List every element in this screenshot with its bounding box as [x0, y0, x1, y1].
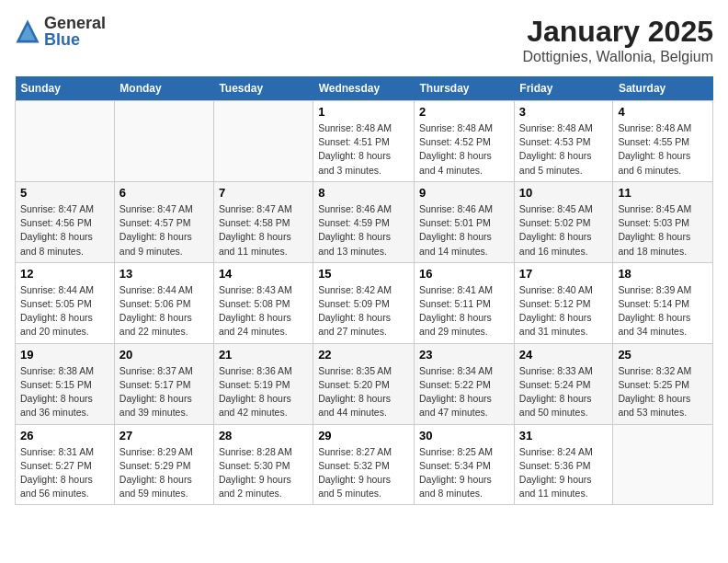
col-header-thursday: Thursday — [415, 76, 515, 101]
day-number: 26 — [20, 429, 109, 442]
calendar-cell: 11Sunrise: 8:45 AM Sunset: 5:03 PM Dayli… — [613, 181, 713, 262]
day-info: Sunrise: 8:34 AM Sunset: 5:22 PM Dayligh… — [419, 364, 509, 420]
day-info: Sunrise: 8:47 AM Sunset: 4:57 PM Dayligh… — [119, 202, 209, 259]
day-info: Sunrise: 8:35 AM Sunset: 5:20 PM Dayligh… — [318, 364, 409, 420]
day-info: Sunrise: 8:33 AM Sunset: 5:24 PM Dayligh… — [519, 364, 609, 420]
day-info: Sunrise: 8:48 AM Sunset: 4:52 PM Dayligh… — [419, 121, 509, 178]
day-number: 4 — [618, 105, 708, 119]
calendar-cell: 24Sunrise: 8:33 AM Sunset: 5:24 PM Dayli… — [514, 343, 613, 424]
day-info: Sunrise: 8:47 AM Sunset: 4:58 PM Dayligh… — [219, 202, 308, 259]
calendar-cell: 25Sunrise: 8:32 AM Sunset: 5:25 PM Dayli… — [613, 343, 713, 424]
day-number: 18 — [618, 267, 708, 281]
location-title: Dottignies, Wallonia, Belgium — [523, 49, 714, 65]
week-row: 5Sunrise: 8:47 AM Sunset: 4:56 PM Daylig… — [16, 181, 713, 262]
day-number: 29 — [318, 429, 409, 442]
col-header-sunday: Sunday — [16, 76, 115, 101]
title-section: January 2025 Dottignies, Wallonia, Belgi… — [523, 15, 714, 65]
calendar-cell: 21Sunrise: 8:36 AM Sunset: 5:19 PM Dayli… — [213, 343, 313, 424]
day-info: Sunrise: 8:32 AM Sunset: 5:25 PM Dayligh… — [618, 364, 708, 420]
day-number: 14 — [219, 267, 308, 281]
calendar-cell: 18Sunrise: 8:39 AM Sunset: 5:14 PM Dayli… — [613, 262, 713, 343]
calendar-cell: 17Sunrise: 8:40 AM Sunset: 5:12 PM Dayli… — [514, 262, 613, 343]
month-title: January 2025 — [523, 15, 714, 49]
calendar-table: SundayMondayTuesdayWednesdayThursdayFrid… — [15, 76, 713, 505]
day-number: 6 — [119, 186, 209, 200]
logo: General Blue — [15, 15, 106, 48]
day-info: Sunrise: 8:38 AM Sunset: 5:15 PM Dayligh… — [20, 364, 109, 420]
calendar-cell: 31Sunrise: 8:24 AM Sunset: 5:36 PM Dayli… — [514, 424, 613, 505]
calendar-cell: 16Sunrise: 8:41 AM Sunset: 5:11 PM Dayli… — [415, 262, 515, 343]
day-info: Sunrise: 8:36 AM Sunset: 5:19 PM Dayligh… — [219, 364, 308, 420]
day-number: 15 — [318, 267, 409, 281]
week-row: 19Sunrise: 8:38 AM Sunset: 5:15 PM Dayli… — [16, 343, 713, 424]
day-info: Sunrise: 8:27 AM Sunset: 5:32 PM Dayligh… — [318, 445, 409, 501]
day-number: 30 — [419, 429, 509, 442]
calendar-cell: 1Sunrise: 8:48 AM Sunset: 4:51 PM Daylig… — [313, 101, 415, 182]
calendar-cell: 3Sunrise: 8:48 AM Sunset: 4:53 PM Daylig… — [514, 101, 613, 182]
day-info: Sunrise: 8:42 AM Sunset: 5:09 PM Dayligh… — [318, 283, 409, 339]
day-number: 2 — [419, 105, 509, 119]
week-row: 1Sunrise: 8:48 AM Sunset: 4:51 PM Daylig… — [16, 101, 713, 182]
day-info: Sunrise: 8:37 AM Sunset: 5:17 PM Dayligh… — [119, 364, 209, 420]
day-info: Sunrise: 8:45 AM Sunset: 5:02 PM Dayligh… — [519, 202, 609, 259]
calendar-cell: 15Sunrise: 8:42 AM Sunset: 5:09 PM Dayli… — [313, 262, 415, 343]
day-number: 24 — [519, 348, 609, 362]
calendar-cell: 4Sunrise: 8:48 AM Sunset: 4:55 PM Daylig… — [613, 101, 713, 182]
header-row: SundayMondayTuesdayWednesdayThursdayFrid… — [16, 76, 713, 101]
day-number: 27 — [119, 429, 209, 442]
col-header-saturday: Saturday — [613, 76, 713, 101]
day-number: 22 — [318, 348, 409, 362]
week-row: 12Sunrise: 8:44 AM Sunset: 5:05 PM Dayli… — [16, 262, 713, 343]
day-info: Sunrise: 8:29 AM Sunset: 5:29 PM Dayligh… — [119, 445, 209, 501]
page-header: General Blue January 2025 Dottignies, Wa… — [15, 15, 713, 65]
calendar-cell: 12Sunrise: 8:44 AM Sunset: 5:05 PM Dayli… — [16, 262, 115, 343]
calendar-cell — [16, 101, 115, 182]
calendar-cell: 28Sunrise: 8:28 AM Sunset: 5:30 PM Dayli… — [213, 424, 313, 505]
calendar-cell — [613, 424, 713, 505]
calendar-cell: 6Sunrise: 8:47 AM Sunset: 4:57 PM Daylig… — [114, 181, 213, 262]
day-number: 25 — [618, 348, 708, 362]
calendar-cell — [213, 101, 313, 182]
col-header-monday: Monday — [114, 76, 213, 101]
day-info: Sunrise: 8:46 AM Sunset: 4:59 PM Dayligh… — [318, 202, 409, 259]
day-number: 1 — [318, 105, 409, 119]
calendar-cell: 8Sunrise: 8:46 AM Sunset: 4:59 PM Daylig… — [313, 181, 415, 262]
day-number: 31 — [519, 429, 609, 442]
day-number: 19 — [20, 348, 109, 362]
day-info: Sunrise: 8:24 AM Sunset: 5:36 PM Dayligh… — [519, 445, 609, 501]
day-info: Sunrise: 8:48 AM Sunset: 4:51 PM Dayligh… — [318, 121, 409, 178]
calendar-cell: 23Sunrise: 8:34 AM Sunset: 5:22 PM Dayli… — [415, 343, 515, 424]
calendar-cell: 2Sunrise: 8:48 AM Sunset: 4:52 PM Daylig… — [415, 101, 515, 182]
day-info: Sunrise: 8:43 AM Sunset: 5:08 PM Dayligh… — [219, 283, 308, 339]
day-info: Sunrise: 8:45 AM Sunset: 5:03 PM Dayligh… — [618, 202, 708, 259]
day-info: Sunrise: 8:48 AM Sunset: 4:53 PM Dayligh… — [519, 121, 609, 178]
day-info: Sunrise: 8:39 AM Sunset: 5:14 PM Dayligh… — [618, 283, 708, 339]
logo-text: General Blue — [44, 15, 106, 48]
day-number: 8 — [318, 186, 409, 200]
day-number: 21 — [219, 348, 308, 362]
day-number: 12 — [20, 267, 109, 281]
calendar-cell: 19Sunrise: 8:38 AM Sunset: 5:15 PM Dayli… — [16, 343, 115, 424]
calendar-cell: 27Sunrise: 8:29 AM Sunset: 5:29 PM Dayli… — [114, 424, 213, 505]
calendar-cell: 30Sunrise: 8:25 AM Sunset: 5:34 PM Dayli… — [415, 424, 515, 505]
day-number: 3 — [519, 105, 609, 119]
day-number: 11 — [618, 186, 708, 200]
calendar-cell: 10Sunrise: 8:45 AM Sunset: 5:02 PM Dayli… — [514, 181, 613, 262]
calendar-cell: 13Sunrise: 8:44 AM Sunset: 5:06 PM Dayli… — [114, 262, 213, 343]
week-row: 26Sunrise: 8:31 AM Sunset: 5:27 PM Dayli… — [16, 424, 713, 505]
day-info: Sunrise: 8:47 AM Sunset: 4:56 PM Dayligh… — [20, 202, 109, 259]
day-info: Sunrise: 8:41 AM Sunset: 5:11 PM Dayligh… — [419, 283, 509, 339]
day-number: 17 — [519, 267, 609, 281]
day-number: 7 — [219, 186, 308, 200]
day-info: Sunrise: 8:48 AM Sunset: 4:55 PM Dayligh… — [618, 121, 708, 178]
calendar-cell: 20Sunrise: 8:37 AM Sunset: 5:17 PM Dayli… — [114, 343, 213, 424]
logo-general-text: General — [44, 15, 106, 31]
calendar-cell: 26Sunrise: 8:31 AM Sunset: 5:27 PM Dayli… — [16, 424, 115, 505]
day-info: Sunrise: 8:25 AM Sunset: 5:34 PM Dayligh… — [419, 445, 509, 501]
day-number: 23 — [419, 348, 509, 362]
logo-icon — [15, 18, 40, 44]
day-info: Sunrise: 8:44 AM Sunset: 5:05 PM Dayligh… — [20, 283, 109, 339]
calendar-cell — [114, 101, 213, 182]
col-header-friday: Friday — [514, 76, 613, 101]
day-info: Sunrise: 8:44 AM Sunset: 5:06 PM Dayligh… — [119, 283, 209, 339]
